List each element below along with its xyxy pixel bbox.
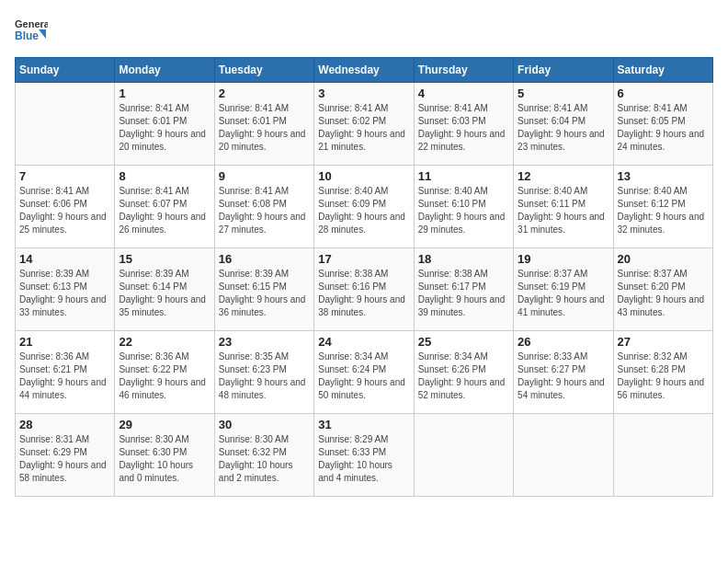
day-number: 12 bbox=[518, 169, 609, 183]
day-number: 7 bbox=[19, 169, 110, 183]
cell-info: Sunrise: 8:41 AMSunset: 6:02 PMDaylight:… bbox=[318, 102, 409, 154]
cell-info: Sunrise: 8:41 AMSunset: 6:08 PMDaylight:… bbox=[219, 185, 310, 236]
calendar-cell: 6Sunrise: 8:41 AMSunset: 6:05 PMDaylight… bbox=[613, 83, 712, 166]
calendar-cell bbox=[514, 414, 613, 497]
cell-info: Sunrise: 8:30 AMSunset: 6:30 PMDaylight:… bbox=[119, 433, 210, 485]
cell-info: Sunrise: 8:39 AMSunset: 6:14 PMDaylight:… bbox=[119, 268, 210, 319]
calendar-cell bbox=[16, 83, 115, 166]
cell-info: Sunrise: 8:41 AMSunset: 6:06 PMDaylight:… bbox=[19, 185, 110, 236]
day-number: 22 bbox=[119, 335, 210, 349]
day-number: 9 bbox=[219, 169, 310, 183]
calendar-cell: 14Sunrise: 8:39 AMSunset: 6:13 PMDayligh… bbox=[16, 248, 115, 331]
cell-info: Sunrise: 8:41 AMSunset: 6:01 PMDaylight:… bbox=[219, 102, 310, 154]
day-number: 3 bbox=[318, 86, 409, 100]
calendar-table: SundayMondayTuesdayWednesdayThursdayFrid… bbox=[15, 57, 713, 497]
day-number: 26 bbox=[518, 335, 609, 349]
cell-info: Sunrise: 8:36 AMSunset: 6:22 PMDaylight:… bbox=[119, 350, 210, 402]
cell-info: Sunrise: 8:39 AMSunset: 6:13 PMDaylight:… bbox=[19, 268, 110, 319]
weekday-header: Friday bbox=[514, 58, 613, 83]
day-number: 14 bbox=[19, 252, 110, 266]
calendar-cell: 31Sunrise: 8:29 AMSunset: 6:33 PMDayligh… bbox=[314, 414, 414, 497]
cell-info: Sunrise: 8:30 AMSunset: 6:32 PMDaylight:… bbox=[219, 433, 310, 485]
cell-info: Sunrise: 8:41 AMSunset: 6:04 PMDaylight:… bbox=[518, 102, 609, 154]
calendar-cell: 11Sunrise: 8:40 AMSunset: 6:10 PMDayligh… bbox=[414, 166, 513, 248]
day-number: 6 bbox=[618, 86, 709, 100]
day-number: 24 bbox=[318, 335, 409, 349]
logo-icon: General Blue bbox=[15, 15, 48, 48]
calendar-week-row: 14Sunrise: 8:39 AMSunset: 6:13 PMDayligh… bbox=[16, 248, 713, 331]
calendar-cell: 3Sunrise: 8:41 AMSunset: 6:02 PMDaylight… bbox=[314, 83, 414, 166]
calendar-cell: 21Sunrise: 8:36 AMSunset: 6:21 PMDayligh… bbox=[16, 331, 115, 414]
calendar-cell: 7Sunrise: 8:41 AMSunset: 6:06 PMDaylight… bbox=[16, 166, 115, 248]
calendar-cell: 19Sunrise: 8:37 AMSunset: 6:19 PMDayligh… bbox=[514, 248, 613, 331]
day-number: 17 bbox=[318, 252, 409, 266]
calendar-header: SundayMondayTuesdayWednesdayThursdayFrid… bbox=[16, 58, 713, 83]
calendar-cell: 26Sunrise: 8:33 AMSunset: 6:27 PMDayligh… bbox=[514, 331, 613, 414]
day-number: 11 bbox=[418, 169, 509, 183]
cell-info: Sunrise: 8:41 AMSunset: 6:07 PMDaylight:… bbox=[119, 185, 210, 236]
cell-info: Sunrise: 8:40 AMSunset: 6:10 PMDaylight:… bbox=[418, 185, 509, 236]
cell-info: Sunrise: 8:41 AMSunset: 6:01 PMDaylight:… bbox=[119, 102, 210, 154]
cell-info: Sunrise: 8:34 AMSunset: 6:26 PMDaylight:… bbox=[418, 350, 509, 402]
calendar-cell: 27Sunrise: 8:32 AMSunset: 6:28 PMDayligh… bbox=[613, 331, 712, 414]
weekday-header: Wednesday bbox=[314, 58, 414, 83]
day-number: 27 bbox=[618, 335, 709, 349]
calendar-cell: 1Sunrise: 8:41 AMSunset: 6:01 PMDaylight… bbox=[115, 83, 214, 166]
svg-text:Blue: Blue bbox=[15, 29, 39, 42]
calendar-cell: 4Sunrise: 8:41 AMSunset: 6:03 PMDaylight… bbox=[414, 83, 513, 166]
calendar-week-row: 1Sunrise: 8:41 AMSunset: 6:01 PMDaylight… bbox=[16, 83, 713, 166]
calendar-cell: 24Sunrise: 8:34 AMSunset: 6:24 PMDayligh… bbox=[314, 331, 414, 414]
cell-info: Sunrise: 8:37 AMSunset: 6:20 PMDaylight:… bbox=[618, 268, 709, 319]
calendar-cell: 17Sunrise: 8:38 AMSunset: 6:16 PMDayligh… bbox=[314, 248, 414, 331]
calendar-cell bbox=[414, 414, 513, 497]
day-number: 29 bbox=[119, 418, 210, 431]
calendar-cell: 25Sunrise: 8:34 AMSunset: 6:26 PMDayligh… bbox=[414, 331, 513, 414]
calendar-cell: 22Sunrise: 8:36 AMSunset: 6:22 PMDayligh… bbox=[115, 331, 214, 414]
logo-mark: General Blue bbox=[15, 15, 48, 48]
cell-info: Sunrise: 8:39 AMSunset: 6:15 PMDaylight:… bbox=[219, 268, 310, 319]
cell-info: Sunrise: 8:40 AMSunset: 6:09 PMDaylight:… bbox=[318, 185, 409, 236]
day-number: 28 bbox=[19, 418, 110, 431]
cell-info: Sunrise: 8:41 AMSunset: 6:05 PMDaylight:… bbox=[618, 102, 709, 154]
cell-info: Sunrise: 8:34 AMSunset: 6:24 PMDaylight:… bbox=[318, 350, 409, 402]
cell-info: Sunrise: 8:32 AMSunset: 6:28 PMDaylight:… bbox=[618, 350, 709, 402]
calendar-cell: 9Sunrise: 8:41 AMSunset: 6:08 PMDaylight… bbox=[214, 166, 313, 248]
cell-info: Sunrise: 8:38 AMSunset: 6:17 PMDaylight:… bbox=[418, 268, 509, 319]
day-number: 5 bbox=[518, 86, 609, 100]
calendar-cell: 30Sunrise: 8:30 AMSunset: 6:32 PMDayligh… bbox=[214, 414, 313, 497]
day-number: 23 bbox=[219, 335, 310, 349]
logo: General Blue bbox=[15, 15, 48, 48]
day-number: 25 bbox=[418, 335, 509, 349]
calendar-cell bbox=[613, 414, 712, 497]
day-number: 2 bbox=[219, 86, 310, 100]
calendar-week-row: 28Sunrise: 8:31 AMSunset: 6:29 PMDayligh… bbox=[16, 414, 713, 497]
svg-text:General: General bbox=[15, 18, 48, 29]
calendar-cell: 23Sunrise: 8:35 AMSunset: 6:23 PMDayligh… bbox=[214, 331, 313, 414]
cell-info: Sunrise: 8:40 AMSunset: 6:12 PMDaylight:… bbox=[618, 185, 709, 236]
calendar-cell: 18Sunrise: 8:38 AMSunset: 6:17 PMDayligh… bbox=[414, 248, 513, 331]
day-number: 15 bbox=[119, 252, 210, 266]
weekday-header: Thursday bbox=[414, 58, 513, 83]
cell-info: Sunrise: 8:33 AMSunset: 6:27 PMDaylight:… bbox=[518, 350, 609, 402]
cell-info: Sunrise: 8:29 AMSunset: 6:33 PMDaylight:… bbox=[318, 433, 409, 485]
calendar-cell: 15Sunrise: 8:39 AMSunset: 6:14 PMDayligh… bbox=[115, 248, 214, 331]
calendar-cell: 28Sunrise: 8:31 AMSunset: 6:29 PMDayligh… bbox=[16, 414, 115, 497]
cell-info: Sunrise: 8:41 AMSunset: 6:03 PMDaylight:… bbox=[418, 102, 509, 154]
calendar-cell: 12Sunrise: 8:40 AMSunset: 6:11 PMDayligh… bbox=[514, 166, 613, 248]
calendar-cell: 29Sunrise: 8:30 AMSunset: 6:30 PMDayligh… bbox=[115, 414, 214, 497]
day-number: 31 bbox=[318, 418, 409, 431]
calendar-cell: 10Sunrise: 8:40 AMSunset: 6:09 PMDayligh… bbox=[314, 166, 414, 248]
calendar-cell: 2Sunrise: 8:41 AMSunset: 6:01 PMDaylight… bbox=[214, 83, 313, 166]
day-number: 18 bbox=[418, 252, 509, 266]
cell-info: Sunrise: 8:37 AMSunset: 6:19 PMDaylight:… bbox=[518, 268, 609, 319]
weekday-header: Saturday bbox=[613, 58, 712, 83]
calendar-cell: 5Sunrise: 8:41 AMSunset: 6:04 PMDaylight… bbox=[514, 83, 613, 166]
cell-info: Sunrise: 8:31 AMSunset: 6:29 PMDaylight:… bbox=[19, 433, 110, 485]
calendar-cell: 13Sunrise: 8:40 AMSunset: 6:12 PMDayligh… bbox=[613, 166, 712, 248]
calendar-cell: 16Sunrise: 8:39 AMSunset: 6:15 PMDayligh… bbox=[214, 248, 313, 331]
cell-info: Sunrise: 8:36 AMSunset: 6:21 PMDaylight:… bbox=[19, 350, 110, 402]
day-number: 8 bbox=[119, 169, 210, 183]
calendar-week-row: 7Sunrise: 8:41 AMSunset: 6:06 PMDaylight… bbox=[16, 166, 713, 248]
day-number: 4 bbox=[418, 86, 509, 100]
day-number: 13 bbox=[618, 169, 709, 183]
